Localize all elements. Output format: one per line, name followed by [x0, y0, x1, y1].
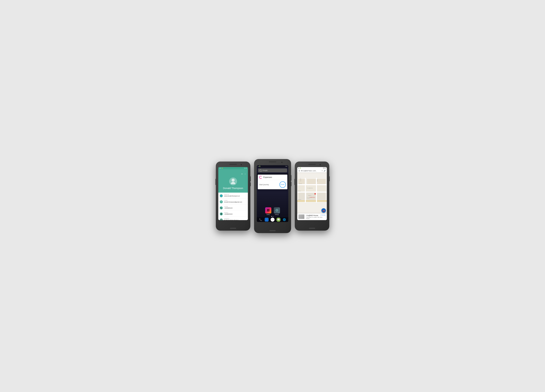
home-button[interactable] — [230, 228, 236, 229]
directions-fab[interactable]: 🚗 — [321, 208, 326, 213]
more-icon[interactable]: ⋮ — [244, 173, 246, 175]
gallery-app[interactable]: 🖼 Gallery — [265, 207, 271, 215]
list-item: 📱 MOBILE +4048620104 — [218, 211, 248, 217]
edit-icon[interactable]: ✏ — [241, 173, 243, 175]
apps-grid: 🖼 Gallery ⚙ Settings — [257, 207, 288, 215]
avatar-head — [232, 179, 235, 182]
side-button-vol2 — [291, 182, 291, 186]
status-bar-dark: ▲ 🔋 7:44 — [257, 165, 288, 168]
dock-bar: 📞 👤 ⋯ 💬 🌐 — [257, 217, 288, 222]
search-icon — [260, 169, 261, 171]
side-btn-3a — [329, 176, 330, 181]
start-button[interactable]: START — [279, 181, 286, 188]
map-svg: Pocock St Webber St Borough Rd Lancaster… — [297, 173, 327, 220]
svg-rect-6 — [317, 185, 326, 191]
dock-apps[interactable]: ⋯ — [271, 218, 274, 222]
maps-search-text[interactable]: 89 Lingfield Tower, Lond... — [301, 170, 321, 172]
map-area: Pocock St Webber St Borough Rd Lancaster… — [297, 173, 327, 220]
contact-name: Donald Thompson — [220, 187, 246, 190]
list-item: 📞 PHONE +4045684120 — [218, 205, 248, 211]
home-button-3[interactable] — [309, 228, 315, 229]
svg-point-24 — [315, 193, 316, 194]
contact-header: ✏ ⋮ Donald Thompson — [218, 169, 248, 193]
address-field: ADDRESS 82-85 Academy Avenue, Birmingham… — [224, 218, 246, 220]
phone-field: PHONE +4045684120 — [224, 206, 246, 209]
dock-contacts[interactable]: 👤 — [265, 218, 269, 222]
phone-speaker-3 — [308, 164, 316, 165]
mobile-icon: 📱 — [220, 212, 223, 215]
google-search-bar[interactable]: Google — [258, 168, 287, 172]
maps-close-icon[interactable]: ✕ — [322, 170, 323, 172]
place-info-panel[interactable]: Lingfield House 4 h 33 min Lancaster St,… — [297, 213, 327, 220]
side-button-vol — [291, 175, 291, 181]
svg-rect-9 — [317, 193, 326, 200]
header-actions: ✏ ⋮ — [220, 173, 246, 175]
settings-label: Settings — [275, 214, 279, 215]
svg-rect-12 — [297, 200, 327, 202]
side-button-power — [216, 179, 216, 185]
dock-browser[interactable]: 🌐 — [282, 218, 286, 222]
email-field: E MAIL donald.thompson@gmail.com — [224, 200, 246, 203]
svg-rect-4 — [298, 185, 305, 191]
list-item: 🌐 WEBSITE www.donald-thompson.uk — [218, 193, 248, 199]
email-value[interactable]: donald.thompson@gmail.com — [224, 201, 246, 203]
expenses-logo — [259, 176, 262, 179]
travel-duration: 4 h 33 min — [320, 214, 325, 216]
page-dots — [257, 216, 288, 217]
phone-speaker — [229, 164, 237, 165]
signal-icon: ▲▼ ⚡ — [219, 168, 223, 169]
dock-messages[interactable]: 💬 — [277, 218, 280, 222]
mobile-value[interactable]: +4048620104 — [224, 213, 246, 215]
maps-toolbar: ☰ 89 Lingfield Tower, Lond... ✕ 🎤 — [297, 169, 327, 173]
settings-app[interactable]: ⚙ Settings — [274, 207, 280, 215]
dock-phone[interactable]: 📞 — [259, 218, 263, 222]
widget-body: Start journey START — [258, 180, 287, 189]
place-name: Lingfield House — [306, 214, 318, 216]
address-label: ADDRESS — [224, 218, 246, 219]
mobile-field: MOBILE +4048620104 — [224, 212, 246, 215]
svg-rect-13 — [305, 178, 306, 202]
phone-value[interactable]: +4045684120 — [224, 207, 246, 209]
signal-status: ▲ 🔋 — [258, 166, 260, 167]
gallery-icon: 🖼 — [265, 207, 271, 213]
svg-rect-2 — [307, 179, 316, 184]
maps-signal: ▲ 🔋 — [298, 168, 301, 169]
hamburger-icon[interactable]: ☰ — [298, 170, 300, 172]
website-value[interactable]: www.donald-thompson.uk — [224, 195, 246, 197]
avatar-torso — [231, 182, 235, 184]
svg-text:Pocock St: Pocock St — [299, 183, 302, 184]
gallery-label: Gallery — [266, 214, 270, 215]
phone-icon: 📞 — [220, 206, 223, 209]
side-button-volume — [250, 176, 251, 181]
svg-text:The Laughing Gravy: The Laughing Gravy — [307, 188, 313, 188]
side-btn-3b — [294, 179, 295, 185]
svg-rect-7 — [298, 193, 305, 200]
svg-text:Lancaster St: Lancaster St — [300, 178, 301, 181]
time-home: 7:44 — [285, 166, 287, 167]
website-field: WEBSITE www.donald-thompson.uk — [224, 194, 246, 197]
widget-title: Expenses — [263, 176, 272, 178]
list-item: ✉ E MAIL donald.thompson@gmail.com — [218, 199, 248, 205]
home-screen: ▲ 🔋 7:44 Google Expenses Sta — [257, 165, 288, 222]
address-icon: 📍 — [220, 218, 223, 220]
expenses-widget[interactable]: Expenses Start journey START — [258, 174, 287, 189]
phone-home: ▲ 🔋 7:44 Google Expenses Sta — [254, 159, 291, 233]
maps-mic-icon[interactable]: 🎤 — [324, 170, 326, 172]
email-icon: ✉ — [220, 200, 223, 203]
phone-camera — [241, 164, 242, 165]
dot-2 — [273, 216, 274, 217]
time-display: 10:18 — [244, 168, 247, 169]
svg-text:Webber St: Webber St — [298, 191, 301, 191]
phones-container: ▲▼ ⚡ 10:18 ✏ ⋮ Donald Thompson — [216, 159, 329, 233]
phone-contacts: ▲▼ ⚡ 10:18 ✏ ⋮ Donald Thompson — [216, 162, 250, 231]
address-value[interactable]: 82-85 Academy Avenue, Birmingham - B46 3… — [224, 219, 246, 220]
home-button-2[interactable] — [269, 230, 276, 231]
search-label: Google — [262, 169, 268, 171]
email-label: E MAIL — [224, 200, 246, 201]
dot-1 — [272, 216, 272, 217]
contact-info-list: 🌐 WEBSITE www.donald-thompson.uk ✉ E MAI… — [218, 193, 248, 220]
widget-header: Expenses — [258, 174, 287, 180]
website-icon: 🌐 — [220, 194, 223, 197]
phone-label: PHONE — [224, 206, 246, 207]
maps-screen: ▲ 🔋 09:05 ☰ 89 Lingfield Tower, Lond... … — [297, 167, 327, 220]
